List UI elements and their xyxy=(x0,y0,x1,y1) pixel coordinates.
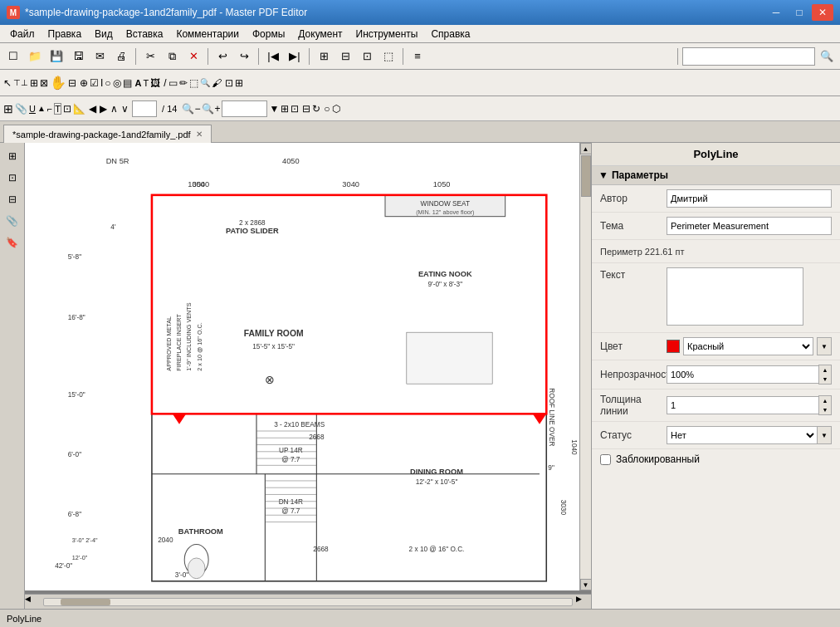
radio-tool[interactable]: ◎ xyxy=(113,77,121,89)
copy-button[interactable]: ⧉ xyxy=(162,47,182,66)
scroll-track-h[interactable] xyxy=(43,598,573,606)
topic-value[interactable] xyxy=(667,217,832,235)
topic-input[interactable] xyxy=(667,217,832,235)
text3-tool[interactable]: T xyxy=(144,78,149,88)
measure-btn[interactable]: 📐 xyxy=(73,103,85,115)
color-dropdown-btn[interactable]: ▼ xyxy=(817,337,832,355)
print-button[interactable]: 🖨 xyxy=(111,47,131,66)
zoom-in-btn[interactable]: 🔍+ xyxy=(202,103,220,115)
tb-btn-6[interactable]: ⊟ xyxy=(335,47,355,66)
tab-close-button[interactable]: ✕ xyxy=(196,130,203,139)
content-tool[interactable]: ▤ xyxy=(123,77,132,89)
up-btn[interactable]: ∧ xyxy=(110,103,118,115)
author-value[interactable] xyxy=(667,189,832,208)
eraser-tool[interactable]: ⬚ xyxy=(189,77,198,89)
opacity-input[interactable] xyxy=(667,365,818,384)
opacity-down-btn[interactable]: ▼ xyxy=(819,375,831,384)
underline-btn[interactable]: U xyxy=(29,104,36,114)
zoom-out-btn[interactable]: 🔍− xyxy=(182,103,200,115)
tb-btn-8[interactable]: ⬚ xyxy=(378,47,398,66)
menu-item-вид[interactable]: Вид xyxy=(88,27,120,42)
circle-tool[interactable]: ○ xyxy=(105,77,110,89)
menu-item-правка[interactable]: Правка xyxy=(42,27,89,42)
pdf-viewer[interactable]: 4050 DN 5R 1050 1050 3040 3040 WINDOW SE… xyxy=(25,143,591,609)
snapshot-tool[interactable]: ⊞ xyxy=(30,77,38,89)
params-section-header[interactable]: ▼ Параметры xyxy=(592,166,840,185)
down-btn[interactable]: ∨ xyxy=(121,103,129,115)
attach-btn[interactable]: 📎 xyxy=(15,103,27,115)
status-value[interactable]: Нет ▼ xyxy=(667,426,832,444)
close-button[interactable]: ✕ xyxy=(812,4,833,21)
rotate-btn[interactable]: ↻ xyxy=(312,103,320,115)
select-tool[interactable]: ↖ xyxy=(3,77,12,89)
email-button[interactable]: ✉ xyxy=(90,47,110,66)
status-select[interactable]: Нет xyxy=(667,426,817,444)
search-input[interactable] xyxy=(682,47,815,66)
cut-button[interactable]: ✂ xyxy=(140,47,160,66)
text-textarea[interactable] xyxy=(667,267,803,326)
tb-btn-5[interactable]: ⊞ xyxy=(314,47,334,66)
scroll-up-btn[interactable]: ▲ xyxy=(580,143,592,154)
scroll-down-btn[interactable]: ▼ xyxy=(580,579,592,590)
status-dropdown-btn[interactable]: ▼ xyxy=(817,426,832,444)
line-width-spin[interactable]: ▲ ▼ xyxy=(667,395,832,415)
next-page-button[interactable]: ▶| xyxy=(285,47,305,66)
extra-btn2[interactable]: ⊞ xyxy=(235,77,243,89)
tb-btn-7[interactable]: ⊡ xyxy=(357,47,377,66)
page-number-input[interactable]: 7 xyxy=(132,100,157,117)
extra-btn1[interactable]: ⊡ xyxy=(225,77,233,89)
pencil-tool[interactable]: ✏ xyxy=(179,77,188,89)
vertical-scrollbar[interactable]: ▲ ▼ xyxy=(579,143,591,590)
panel-collapse-btn[interactable]: ▶ xyxy=(591,184,592,209)
text4-btn[interactable]: T xyxy=(54,103,61,115)
menu-item-комментарии[interactable]: Комментарии xyxy=(169,27,246,42)
line-width-up-btn[interactable]: ▲ xyxy=(819,396,831,405)
new-button[interactable]: ☐ xyxy=(3,47,23,66)
prev-page-button[interactable]: |◀ xyxy=(263,47,283,66)
link-tool[interactable]: ⊕ xyxy=(80,77,88,89)
text-area-wrapper[interactable] xyxy=(667,267,803,328)
save-as-button[interactable]: 🖫 xyxy=(68,47,88,66)
redo-button[interactable]: ↪ xyxy=(234,47,254,66)
scroll-left-btn[interactable]: ◀ xyxy=(25,595,40,610)
menu-item-документ[interactable]: Документ xyxy=(291,27,349,42)
minimize-button[interactable]: ─ xyxy=(765,4,787,21)
delete-button[interactable]: ✕ xyxy=(183,47,203,66)
locked-label[interactable]: Заблокированный xyxy=(616,453,700,465)
locked-checkbox[interactable] xyxy=(600,454,611,465)
opacity-up-btn[interactable]: ▲ xyxy=(819,365,831,375)
sidebar-btn2[interactable]: ⊡ xyxy=(2,168,22,188)
zoom-dropdown-btn[interactable]: ▼ xyxy=(269,103,279,115)
form-tool[interactable]: ⊠ xyxy=(40,77,48,89)
document-tab[interactable]: *sample-drawing-package-1and2family_.pdf… xyxy=(3,125,212,143)
rect-tool[interactable]: ▭ xyxy=(168,77,178,89)
sidebar-btn5[interactable]: 🔖 xyxy=(2,233,22,252)
color-btn[interactable]: ▲ xyxy=(37,104,46,113)
fit-page-btn[interactable]: ⊞ xyxy=(281,103,289,115)
fit-width-btn[interactable]: ⊡ xyxy=(291,103,299,115)
horizontal-scrollbar[interactable]: ◀ ▶ xyxy=(25,594,591,609)
zoom-input[interactable]: 212% xyxy=(222,100,267,117)
opacity-spin[interactable]: ▲ ▼ xyxy=(667,365,832,385)
open-button[interactable]: 📁 xyxy=(25,47,45,66)
shape-btn[interactable]: ⌐ xyxy=(47,104,52,114)
line-tool[interactable]: / xyxy=(164,77,166,89)
hand-tool[interactable]: ✋ xyxy=(50,75,66,91)
scroll-right-btn[interactable]: ▶ xyxy=(576,595,591,610)
paint-tool[interactable]: 🖌 xyxy=(212,77,222,89)
menu-item-вставка[interactable]: Вставка xyxy=(120,27,170,42)
menu-item-формы[interactable]: Формы xyxy=(246,27,291,42)
crop-btn[interactable]: ⊟ xyxy=(302,103,310,115)
check-tool[interactable]: ☑ xyxy=(90,77,99,89)
menu-item-справка[interactable]: Справка xyxy=(424,27,476,42)
bg-btn[interactable]: ⬡ xyxy=(332,103,340,115)
save-button[interactable]: 💾 xyxy=(46,47,66,66)
status-select-wrapper[interactable]: Нет ▼ xyxy=(667,426,832,444)
stamp2-btn[interactable]: ⊡ xyxy=(63,103,71,115)
eyedrop-tool[interactable]: 🔍 xyxy=(200,78,210,87)
line-width-value[interactable]: ▲ ▼ xyxy=(667,395,832,415)
scroll-thumb-v[interactable] xyxy=(581,155,591,197)
zoom-tool[interactable]: ⊟ xyxy=(68,77,76,89)
next-btn[interactable]: ▶ xyxy=(100,103,107,115)
search-button[interactable]: 🔍 xyxy=(817,47,837,66)
